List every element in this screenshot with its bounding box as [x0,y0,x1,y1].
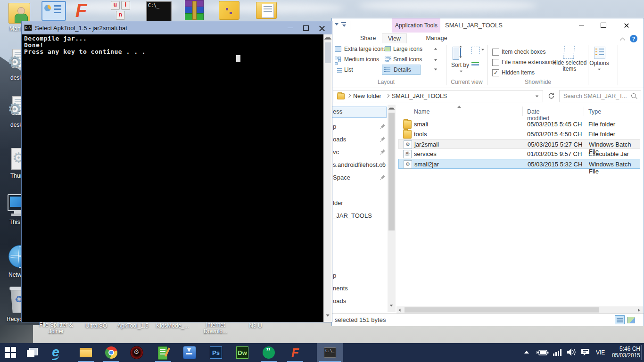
tab-view[interactable]: View [382,33,407,43]
group-by-icon[interactable] [471,47,480,54]
options-button[interactable]: Options [588,60,610,66]
scrollbar-thumb[interactable] [325,42,331,63]
nav-item[interactable]: lder [333,198,343,208]
item-check-boxes-checkbox[interactable] [492,49,499,56]
sort-by-label[interactable]: Sort by [451,62,470,68]
scroll-up-icon[interactable] [388,108,395,110]
layout-more-icon[interactable] [434,69,437,71]
desktop-icon-folder-doc[interactable] [256,1,277,19]
nav-item[interactable]: oads [333,296,346,306]
action-center-icon[interactable] [581,348,590,356]
breadcrumb-smali-jar-tools[interactable]: SMALI_JAR_TOOLS [392,93,447,99]
view-medium[interactable]: Medium icons [344,56,379,63]
table-row[interactable]: ⚙ jar2smali 05/03/2015 5:27 CH Windows B… [398,139,640,149]
start-button[interactable] [0,343,21,362]
file-name-extensions-checkbox[interactable] [492,59,499,66]
column-header-name[interactable]: Name [414,108,429,115]
qat-customize-icon[interactable] [341,22,346,23]
task-view-button[interactable] [22,343,42,362]
volume-icon[interactable] [567,348,577,356]
minimize-button[interactable] [573,19,589,31]
view-small[interactable]: Small icons [393,56,422,63]
desktop-icon-label[interactable]: UltraISO [81,322,111,329]
details-view-selected[interactable]: Details [382,65,421,75]
desktop-icon-label[interactable]: KidsMode_... [154,322,191,329]
battery-icon[interactable] [537,349,549,356]
scroll-up-icon[interactable] [324,37,331,40]
view-extra-large[interactable]: Extra large icons [344,46,386,52]
nav-item[interactable]: p [333,122,336,132]
desktop-icon-uninstaller[interactable]: u i n [111,0,134,20]
qat-dropdown-icon[interactable] [335,23,339,25]
address-dropdown-icon[interactable] [536,96,538,98]
desktop-icon-label[interactable]: File Splitter & Joiner [35,321,77,335]
cmd-minimize-button[interactable] [282,22,298,33]
network-signal-icon[interactable] [553,348,563,356]
desktop-icon-yellow-box[interactable] [219,1,239,20]
table-row[interactable]: smali 05/03/2015 5:45 CH File folder [398,119,640,129]
cmd-titlebar[interactable]: C:\ Select ApkTool_1.5 - jar2smali.bat [22,21,332,34]
console-output[interactable]: Decompile jar... Done! Press any key to … [22,34,323,322]
desktop-icon-winrar[interactable] [184,0,205,20]
tray-expand-icon[interactable] [524,351,529,354]
column-header-type[interactable]: Type [588,108,601,115]
scroll-down-icon[interactable] [390,305,393,307]
desktop-icon-label[interactable]: N3 U [241,322,270,329]
tab-share[interactable]: Share [355,33,381,43]
view-list[interactable]: List [344,66,353,73]
scrollbar-thumb[interactable] [388,113,395,230]
cmd-close-button[interactable] [314,22,330,33]
horizontal-scrollbar[interactable] [396,306,643,313]
show-desktop-button[interactable] [642,343,644,362]
nav-item[interactable]: Space [333,173,350,182]
thumbnail-view-toggle[interactable] [626,315,636,324]
nav-item[interactable]: ess [333,107,342,116]
nav-item[interactable]: _JAR_TOOLS [333,211,372,221]
console-scrollbar[interactable] [323,34,332,322]
scroll-left-icon[interactable] [399,309,401,312]
smanager-button[interactable]: ⚙ [126,343,147,362]
column-divider[interactable] [584,107,584,116]
maximize-button[interactable] [595,19,611,31]
refresh-button[interactable] [545,90,557,102]
desktop-icon-label[interactable]: Internet Downlo... [194,321,237,335]
cmd-maximize-button[interactable] [298,22,314,33]
nav-item[interactable]: vc [333,148,339,157]
table-row[interactable]: tools 05/03/2015 4:50 CH File folder [398,129,640,139]
hidden-items-checkbox[interactable]: ✓ [492,69,499,76]
file-explorer-button[interactable] [75,343,96,362]
nav-item[interactable]: oads [333,135,346,144]
internet-explorer-button[interactable]: e [45,343,66,362]
view-large[interactable]: Large icons [393,46,422,52]
search-box[interactable]: Search SMALI_JAR_T... [559,90,641,102]
desktop-icon-settings[interactable] [41,0,65,20]
nav-item[interactable]: nents [333,284,348,293]
language-indicator[interactable]: VIE [596,349,605,356]
breadcrumb-new-folder[interactable]: New folder [353,93,381,99]
table-row[interactable]: ⚙ smali2jar 05/03/2015 5:32 CH Windows B… [398,159,640,169]
download-manager-button[interactable] [179,343,200,362]
desktop-icon-cmd[interactable]: C:\_ [146,1,172,23]
flashfxp-button[interactable]: F [285,343,305,362]
chrome-button[interactable] [101,343,122,362]
desktop-icon-flashfxp[interactable]: F [75,0,100,20]
nav-scrollbar[interactable] [388,105,396,312]
nav-item[interactable]: p [333,271,336,280]
layout-scroll-up-icon[interactable] [434,48,437,50]
scroll-down-icon[interactable] [326,314,329,317]
photoshop-button[interactable]: Ps [206,343,226,362]
hide-selected-items-button[interactable]: Hide selected items [550,60,589,72]
layout-scroll-down-icon[interactable] [434,59,437,61]
nav-item[interactable]: s.androidfilehost.co [333,160,386,170]
tab-manage[interactable]: Manage [416,33,457,43]
collapse-ribbon-icon[interactable] [620,38,625,43]
notepad-button[interactable] [153,343,173,362]
desktop-icon-label[interactable]: ApkTool_1.5 [114,322,152,329]
details-view-toggle[interactable] [615,315,625,324]
hangouts-button[interactable]: ” [258,343,279,362]
close-button[interactable] [619,19,635,31]
dreamweaver-button[interactable]: Dw [232,343,253,362]
clock[interactable]: 5:46 CH 05/03/2015 [611,346,640,359]
column-divider[interactable] [522,107,523,116]
contextual-tab-header[interactable]: Application Tools [392,18,440,33]
